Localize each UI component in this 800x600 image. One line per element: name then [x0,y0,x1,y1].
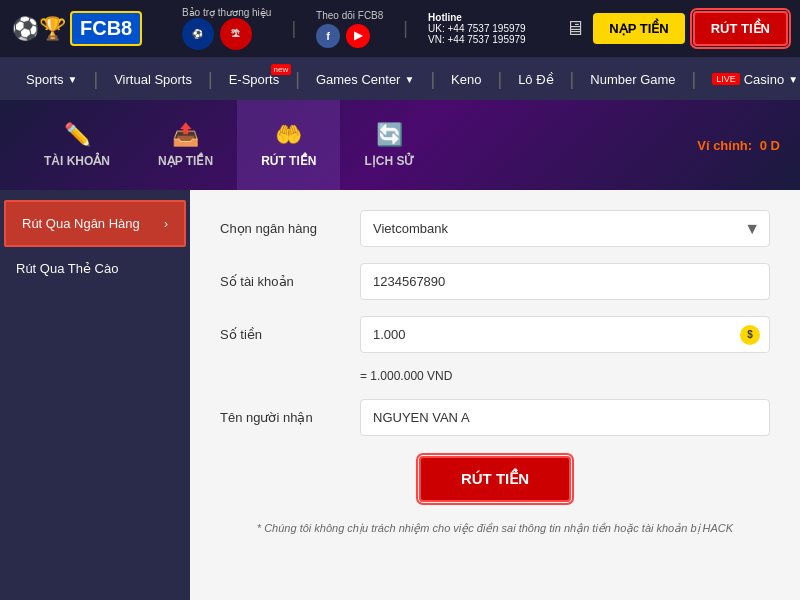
nav-casino[interactable]: LIVE Casino ▼ [698,58,800,100]
nap-tien-icon: 📤 [172,122,199,148]
account-row: Số tài khoản [220,263,770,300]
sidebar: Rút Qua Ngân Hàng › Rút Qua Thẻ Cào [0,190,190,600]
logo: ⚽🏆 FCB8 [12,11,142,46]
sports-arrow: ▼ [68,74,78,85]
lich-su-icon: 🔄 [376,122,403,148]
header-right: 🖥 NẠP TIỀN RÚT TIỀN [565,11,788,46]
nav-sports[interactable]: Sports ▼ [12,58,91,100]
sidebar-item-rut-ngan-hang[interactable]: Rút Qua Ngân Hàng › [4,200,186,247]
theo-doi: Theo dõi FCB8 f ▶ [316,10,383,48]
nav-esports[interactable]: E-Sports new [215,58,294,100]
nav-number-game[interactable]: Number Game [576,58,689,100]
brand-logos: ⚽ 🏝 [182,18,271,50]
tab-lich-su[interactable]: 🔄 LỊCH SỬ [340,100,438,190]
nav-keno[interactable]: Keno [437,58,495,100]
nav-bar: Sports ▼ | Virtual Sports | E-Sports new… [0,58,800,100]
coin-icon: $ [740,325,760,345]
tabs-section: ✏️ TÀI KHOẢN 📤 NẠP TIỀN 🤲 RÚT TIỀN 🔄 LỊC… [0,100,800,190]
recipient-input[interactable] [360,399,770,436]
account-input[interactable] [360,263,770,300]
tab-nap-tien[interactable]: 📤 NẠP TIỀN [134,100,237,190]
form-area: Chọn ngân hàng Vietcombank ▼ Số tài khoả… [190,190,800,600]
tab-tai-khoan[interactable]: ✏️ TÀI KHOẢN [20,100,134,190]
nav-sep-1: | [91,69,100,90]
games-arrow: ▼ [404,74,414,85]
amount-row: Số tiền $ [220,316,770,353]
youtube-icon[interactable]: ▶ [346,24,370,48]
rut-tien-submit-button[interactable]: RÚT TIỀN [419,456,571,502]
bank-label: Chọn ngân hàng [220,221,350,236]
nav-sep-6: | [568,69,577,90]
bao-tro: Bảo trợ thương hiệu ⚽ 🏝 [182,7,271,50]
live-badge: LIVE [712,73,740,85]
header-center: Bảo trợ thương hiệu ⚽ 🏝 | Theo dõi FCB8 … [152,7,555,50]
main-content: Rút Qua Ngân Hàng › Rút Qua Thẻ Cào Chọn… [0,190,800,600]
vi-chinh: Ví chính: 0 D [697,138,780,153]
bank-select-wrapper[interactable]: Vietcombank ▼ [360,210,770,247]
casino-arrow: ▼ [788,74,798,85]
rut-tien-icon: 🤲 [275,122,302,148]
nav-lo-de[interactable]: Lô Đề [504,58,567,100]
header: ⚽🏆 FCB8 Bảo trợ thương hiệu ⚽ 🏝 | Theo d… [0,0,800,58]
brand-logo-2: 🏝 [220,18,252,50]
nap-tien-button[interactable]: NẠP TIỀN [593,13,684,44]
nav-virtual-sports[interactable]: Virtual Sports [100,58,206,100]
nav-sep-4: | [428,69,437,90]
disclaimer: * Chúng tôi không chịu trách nhiệm cho v… [220,522,770,535]
brand-logo-1: ⚽ [182,18,214,50]
amount-wrapper: $ [360,316,770,353]
nav-games-center[interactable]: Games Center ▼ [302,58,428,100]
amount-vnd: = 1.000.000 VND [360,369,770,383]
tab-rut-tien[interactable]: 🤲 RÚT TIỀN [237,100,340,190]
nav-sep-5: | [495,69,504,90]
nav-sep-3: | [293,69,302,90]
nav-sep-2: | [206,69,215,90]
amount-input[interactable] [360,316,770,353]
monitor-icon: 🖥 [565,17,585,40]
social-icons[interactable]: f ▶ [316,24,383,48]
nav-sep-7: | [690,69,699,90]
logo-icon: ⚽🏆 [12,16,66,42]
chevron-right-icon: › [164,217,168,231]
logo-text[interactable]: FCB8 [70,11,142,46]
account-label: Số tài khoản [220,274,350,289]
rut-tien-header-button[interactable]: RÚT TIỀN [693,11,788,46]
tai-khoan-icon: ✏️ [64,122,91,148]
recipient-label: Tên người nhận [220,410,350,425]
esports-badge: new [271,64,292,75]
hotline: Hotline UK: +44 7537 195979 VN: +44 7537… [428,12,526,45]
recipient-row: Tên người nhận [220,399,770,436]
amount-label: Số tiền [220,327,350,342]
facebook-icon[interactable]: f [316,24,340,48]
bank-select[interactable]: Vietcombank [360,210,770,247]
sidebar-item-rut-the-cao[interactable]: Rút Qua Thẻ Cào [0,247,190,290]
bank-row: Chọn ngân hàng Vietcombank ▼ [220,210,770,247]
